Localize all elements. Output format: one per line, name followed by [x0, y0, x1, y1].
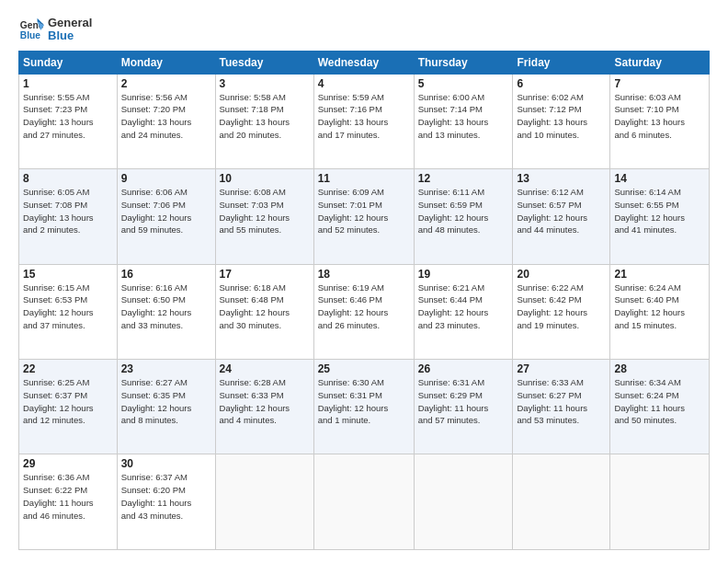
day-number: 24 — [220, 362, 310, 375]
day-number: 19 — [418, 268, 509, 281]
calendar-cell — [414, 454, 513, 550]
day-number: 11 — [318, 172, 410, 185]
calendar-cell: 18Sunrise: 6:19 AM Sunset: 6:46 PM Dayli… — [313, 264, 414, 359]
calendar-cell: 30Sunrise: 6:37 AM Sunset: 6:20 PM Dayli… — [117, 454, 215, 550]
day-info: Sunrise: 6:15 AM Sunset: 6:53 PM Dayligh… — [23, 282, 113, 332]
day-number: 1 — [23, 77, 113, 90]
calendar-week-1: 1Sunrise: 5:55 AM Sunset: 7:23 PM Daylig… — [19, 74, 710, 168]
day-number: 13 — [517, 172, 606, 185]
day-number: 16 — [121, 268, 211, 281]
day-info: Sunrise: 6:16 AM Sunset: 6:50 PM Dayligh… — [121, 282, 211, 332]
day-info: Sunrise: 5:59 AM Sunset: 7:16 PM Dayligh… — [318, 91, 410, 142]
calendar-week-4: 22Sunrise: 6:25 AM Sunset: 6:37 PM Dayli… — [19, 360, 710, 454]
calendar-cell: 28Sunrise: 6:34 AM Sunset: 6:24 PM Dayli… — [610, 360, 710, 454]
calendar-cell: 20Sunrise: 6:22 AM Sunset: 6:42 PM Dayli… — [513, 264, 610, 359]
calendar-cell: 5Sunrise: 6:00 AM Sunset: 7:14 PM Daylig… — [414, 74, 513, 168]
day-number: 17 — [220, 268, 310, 281]
calendar-cell: 27Sunrise: 6:33 AM Sunset: 6:27 PM Dayli… — [513, 360, 610, 454]
day-number: 12 — [418, 172, 509, 185]
logo-text-blue: Blue — [48, 29, 92, 42]
day-number: 18 — [318, 268, 410, 281]
calendar-header-wednesday: Wednesday — [313, 51, 414, 74]
calendar-cell: 25Sunrise: 6:30 AM Sunset: 6:31 PM Dayli… — [313, 360, 414, 454]
day-number: 10 — [220, 172, 310, 185]
day-info: Sunrise: 6:06 AM Sunset: 7:06 PM Dayligh… — [121, 186, 211, 236]
day-info: Sunrise: 6:08 AM Sunset: 7:03 PM Dayligh… — [220, 186, 310, 236]
calendar-header-monday: Monday — [117, 51, 215, 74]
day-number: 14 — [614, 172, 705, 185]
day-info: Sunrise: 6:11 AM Sunset: 6:59 PM Dayligh… — [418, 186, 509, 236]
day-number: 21 — [614, 268, 705, 281]
day-info: Sunrise: 6:36 AM Sunset: 6:22 PM Dayligh… — [23, 471, 113, 522]
calendar-cell — [215, 454, 313, 550]
day-number: 23 — [121, 362, 211, 375]
day-number: 28 — [614, 362, 705, 375]
day-info: Sunrise: 6:02 AM Sunset: 7:12 PM Dayligh… — [517, 91, 606, 142]
calendar-header-sunday: Sunday — [19, 51, 118, 74]
calendar-cell: 6Sunrise: 6:02 AM Sunset: 7:12 PM Daylig… — [513, 74, 610, 168]
day-info: Sunrise: 6:14 AM Sunset: 6:55 PM Dayligh… — [614, 186, 705, 236]
svg-text:Blue: Blue — [20, 31, 41, 41]
header: General Blue General Blue — [18, 17, 710, 43]
calendar-cell — [610, 454, 710, 550]
day-info: Sunrise: 6:03 AM Sunset: 7:10 PM Dayligh… — [614, 91, 705, 142]
day-number: 29 — [23, 457, 113, 470]
calendar-cell — [313, 454, 414, 550]
calendar-cell: 29Sunrise: 6:36 AM Sunset: 6:22 PM Dayli… — [19, 454, 118, 550]
day-info: Sunrise: 6:25 AM Sunset: 6:37 PM Dayligh… — [23, 376, 113, 427]
day-number: 26 — [418, 362, 509, 375]
calendar-cell: 22Sunrise: 6:25 AM Sunset: 6:37 PM Dayli… — [19, 360, 118, 454]
calendar-cell: 23Sunrise: 6:27 AM Sunset: 6:35 PM Dayli… — [117, 360, 215, 454]
calendar-cell: 21Sunrise: 6:24 AM Sunset: 6:40 PM Dayli… — [610, 264, 710, 359]
calendar-cell: 3Sunrise: 5:58 AM Sunset: 7:18 PM Daylig… — [215, 74, 313, 168]
day-info: Sunrise: 6:24 AM Sunset: 6:40 PM Dayligh… — [614, 282, 705, 332]
day-info: Sunrise: 6:19 AM Sunset: 6:46 PM Dayligh… — [318, 282, 410, 332]
day-number: 8 — [23, 172, 113, 185]
calendar-week-2: 8Sunrise: 6:05 AM Sunset: 7:08 PM Daylig… — [19, 169, 710, 264]
day-number: 9 — [121, 172, 211, 185]
calendar-week-3: 15Sunrise: 6:15 AM Sunset: 6:53 PM Dayli… — [19, 264, 710, 359]
calendar-cell: 24Sunrise: 6:28 AM Sunset: 6:33 PM Dayli… — [215, 360, 313, 454]
calendar-header-saturday: Saturday — [610, 51, 710, 74]
day-info: Sunrise: 6:34 AM Sunset: 6:24 PM Dayligh… — [614, 376, 705, 427]
logo: General Blue General Blue — [18, 17, 92, 43]
calendar-cell: 26Sunrise: 6:31 AM Sunset: 6:29 PM Dayli… — [414, 360, 513, 454]
day-number: 27 — [517, 362, 606, 375]
day-info: Sunrise: 6:27 AM Sunset: 6:35 PM Dayligh… — [121, 376, 211, 427]
calendar-cell: 4Sunrise: 5:59 AM Sunset: 7:16 PM Daylig… — [313, 74, 414, 168]
calendar-cell — [513, 454, 610, 550]
day-number: 30 — [121, 457, 211, 470]
day-info: Sunrise: 6:18 AM Sunset: 6:48 PM Dayligh… — [220, 282, 310, 332]
page: General Blue General Blue SundayMondayTu… — [0, 0, 728, 563]
day-info: Sunrise: 5:55 AM Sunset: 7:23 PM Dayligh… — [23, 91, 113, 142]
day-info: Sunrise: 6:09 AM Sunset: 7:01 PM Dayligh… — [318, 186, 410, 236]
calendar-cell: 8Sunrise: 6:05 AM Sunset: 7:08 PM Daylig… — [19, 169, 118, 264]
day-number: 25 — [318, 362, 410, 375]
logo-text-general: General — [48, 17, 92, 29]
calendar-cell: 14Sunrise: 6:14 AM Sunset: 6:55 PM Dayli… — [610, 169, 710, 264]
day-info: Sunrise: 6:37 AM Sunset: 6:20 PM Dayligh… — [121, 471, 211, 522]
calendar-cell: 12Sunrise: 6:11 AM Sunset: 6:59 PM Dayli… — [414, 169, 513, 264]
calendar-header-row: SundayMondayTuesdayWednesdayThursdayFrid… — [19, 51, 710, 74]
calendar-cell: 1Sunrise: 5:55 AM Sunset: 7:23 PM Daylig… — [19, 74, 118, 168]
day-number: 22 — [23, 362, 113, 375]
day-info: Sunrise: 6:33 AM Sunset: 6:27 PM Dayligh… — [517, 376, 606, 427]
calendar-week-5: 29Sunrise: 6:36 AM Sunset: 6:22 PM Dayli… — [19, 454, 710, 550]
calendar-cell: 13Sunrise: 6:12 AM Sunset: 6:57 PM Dayli… — [513, 169, 610, 264]
calendar-table: SundayMondayTuesdayWednesdayThursdayFrid… — [18, 51, 710, 550]
day-info: Sunrise: 6:28 AM Sunset: 6:33 PM Dayligh… — [220, 376, 310, 427]
day-number: 15 — [23, 268, 113, 281]
day-info: Sunrise: 6:31 AM Sunset: 6:29 PM Dayligh… — [418, 376, 509, 427]
day-info: Sunrise: 5:58 AM Sunset: 7:18 PM Dayligh… — [220, 91, 310, 142]
calendar-cell: 10Sunrise: 6:08 AM Sunset: 7:03 PM Dayli… — [215, 169, 313, 264]
day-number: 20 — [517, 268, 606, 281]
day-info: Sunrise: 6:21 AM Sunset: 6:44 PM Dayligh… — [418, 282, 509, 332]
day-number: 4 — [318, 77, 410, 90]
day-info: Sunrise: 6:00 AM Sunset: 7:14 PM Dayligh… — [418, 91, 509, 142]
calendar-header-friday: Friday — [513, 51, 610, 74]
calendar-cell: 11Sunrise: 6:09 AM Sunset: 7:01 PM Dayli… — [313, 169, 414, 264]
logo-icon: General Blue — [18, 17, 44, 42]
day-info: Sunrise: 5:56 AM Sunset: 7:20 PM Dayligh… — [121, 91, 211, 142]
day-number: 5 — [418, 77, 509, 90]
calendar-header-tuesday: Tuesday — [215, 51, 313, 74]
